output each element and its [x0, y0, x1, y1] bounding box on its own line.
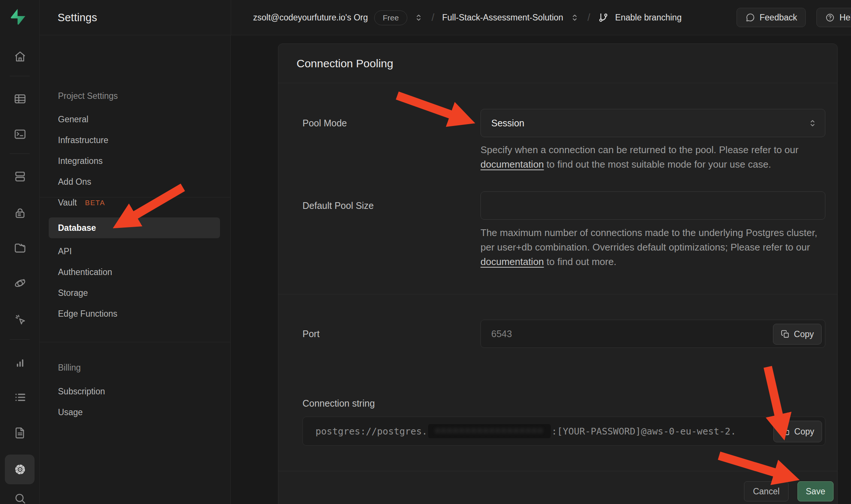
main-content: Connection Pooling Pool Mode Session Spe…: [231, 35, 851, 504]
default-pool-size-field: [480, 191, 825, 220]
search-icon[interactable]: [0, 490, 40, 504]
enable-branching-button[interactable]: Enable branching: [615, 13, 682, 23]
sql-editor-icon[interactable]: [0, 125, 40, 143]
pool-mode-select[interactable]: Session: [480, 109, 825, 137]
documentation-link[interactable]: documentation: [480, 256, 544, 267]
documentation-link[interactable]: documentation: [480, 159, 544, 170]
footer-divider: [278, 471, 837, 471]
default-pool-size-label: Default Pool Size: [302, 200, 374, 211]
reports-chart-icon[interactable]: [0, 353, 40, 371]
nav-divider: [40, 342, 230, 342]
sidebar-item-usage[interactable]: Usage: [58, 407, 82, 417]
breadcrumb-separator: /: [430, 12, 436, 23]
org-selector-chevron-icon[interactable]: [414, 13, 424, 23]
connection-string-prefix: postgres://postgres.: [316, 426, 427, 437]
breadcrumb: zsolt@codeyourfuture.io's Org Free / Ful…: [253, 0, 682, 35]
nav-section-project-settings: Project Settings: [58, 91, 118, 101]
git-branch-icon: [598, 12, 609, 23]
help-circle-icon: [825, 13, 835, 23]
sidebar-item-general[interactable]: General: [58, 114, 88, 125]
icon-rail: [0, 0, 40, 504]
sidebar-item-integrations[interactable]: Integrations: [58, 156, 103, 166]
cancel-button[interactable]: Cancel: [744, 481, 789, 501]
top-header: Settings zsolt@codeyourfuture.io's Org F…: [40, 0, 851, 35]
supabase-logo-icon[interactable]: [10, 7, 29, 27]
database-icon[interactable]: [0, 168, 40, 185]
pool-mode-value: Session: [491, 118, 524, 129]
rail-divider: [10, 76, 30, 76]
settings-gear-icon[interactable]: [0, 461, 40, 478]
connection-string-label: Connection string: [302, 398, 375, 409]
connection-pooling-panel: Connection Pooling Pool Mode Session Spe…: [278, 43, 838, 504]
connection-string-suffix: :[YOUR-PASSWORD]@aws-0-eu-west-2.: [551, 426, 736, 437]
logs-list-icon[interactable]: [0, 388, 40, 406]
message-bubble-icon: [745, 13, 755, 23]
panel-divider: [278, 83, 837, 83]
sidebar-item-subscription[interactable]: Subscription: [58, 387, 105, 397]
port-value: 6543: [491, 329, 512, 339]
org-name[interactable]: zsolt@codeyourfuture.io's Org: [253, 13, 368, 23]
advisors-cursor-icon[interactable]: [0, 310, 40, 328]
connection-string-field[interactable]: postgres://postgres.••••••••••••••••••:[…: [302, 417, 825, 446]
redacted-project-ref: ••••••••••••••••••: [428, 424, 551, 438]
home-icon[interactable]: [0, 48, 40, 65]
default-pool-size-input[interactable]: [481, 192, 825, 219]
nav-divider: [40, 197, 230, 197]
beta-badge: BETA: [85, 199, 105, 207]
sidebar-item-storage[interactable]: Storage: [58, 288, 88, 298]
connection-string-copy-button[interactable]: Copy: [773, 421, 822, 442]
sidebar-item-add-ons[interactable]: Add Ons: [58, 177, 91, 187]
copy-icon: [781, 330, 790, 339]
sidebar-item-database-active[interactable]: Database: [49, 217, 220, 238]
port-label: Port: [302, 329, 320, 339]
pool-mode-description: Specify when a connection can be returne…: [480, 143, 832, 172]
select-chevron-icon: [808, 118, 818, 128]
realtime-icon[interactable]: [0, 274, 40, 292]
default-pool-size-description: The maximum number of connections made t…: [480, 226, 832, 269]
project-selector-chevron-icon[interactable]: [570, 13, 580, 23]
port-copy-button[interactable]: Copy: [773, 324, 822, 345]
page-title: Settings: [58, 0, 97, 35]
authentication-lock-icon[interactable]: [0, 204, 40, 222]
copy-icon: [781, 427, 790, 436]
port-field[interactable]: 6543 Copy: [480, 320, 825, 348]
nav-section-billing: Billing: [58, 363, 81, 373]
plan-badge: Free: [374, 10, 407, 25]
table-editor-icon[interactable]: [0, 90, 40, 108]
sidebar-item-vault[interactable]: Vault BETA: [58, 198, 105, 208]
project-name[interactable]: Full-Stack-Assessment-Solution: [442, 13, 563, 23]
section-divider: [278, 294, 837, 294]
api-docs-file-icon[interactable]: [0, 424, 40, 442]
sidebar-item-api[interactable]: API: [58, 246, 72, 256]
sidebar-item-authentication[interactable]: Authentication: [58, 267, 112, 277]
sidebar-item-edge-functions[interactable]: Edge Functions: [58, 309, 117, 319]
sidebar-item-infrastructure[interactable]: Infrastructure: [58, 135, 109, 145]
save-button[interactable]: Save: [797, 481, 834, 501]
breadcrumb-separator: /: [586, 12, 592, 23]
rail-divider: [10, 154, 30, 154]
feedback-button[interactable]: Feedback: [737, 8, 806, 27]
pool-mode-label: Pool Mode: [302, 118, 347, 129]
rail-divider: [10, 339, 30, 340]
storage-icon[interactable]: [0, 239, 40, 257]
panel-title: Connection Pooling: [297, 44, 393, 83]
help-button[interactable]: Help: [816, 8, 851, 27]
header-divider: [231, 0, 231, 35]
settings-sidebar: Project Settings General Infrastructure …: [40, 35, 231, 504]
